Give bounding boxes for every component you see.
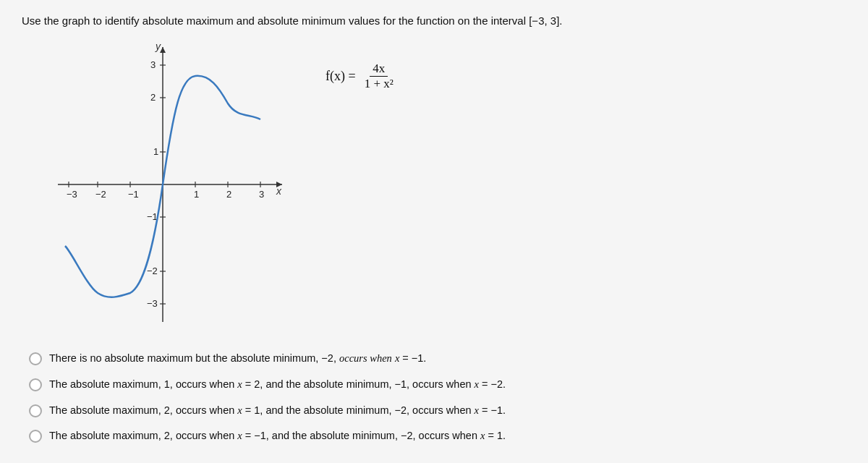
option-3-text: The absolute maximum, 2, occurs when x =… [49,403,506,419]
option-2-text: The absolute maximum, 1, occurs when x =… [49,377,506,393]
answers-area: There is no absolute maximum but the abs… [29,351,506,454]
svg-text:1: 1 [194,189,199,200]
svg-text:3: 3 [150,59,156,70]
svg-text:−3: −3 [67,189,77,200]
svg-text:1: 1 [153,146,158,157]
svg-marker-3 [160,47,166,53]
radio-3[interactable] [29,404,42,417]
radio-1[interactable] [29,352,42,365]
formula-fraction: 4x 1 + x² [362,61,396,91]
formula-numerator: 4x [370,61,388,77]
option-1[interactable]: There is no absolute maximum but the abs… [29,351,506,367]
formula-denominator: 1 + x² [362,77,396,91]
formula-box: f(x) = 4x 1 + x² [326,61,396,91]
option-4-text: The absolute maximum, 2, occurs when x =… [49,428,506,444]
graph-container: −3 −2 −1 1 2 3 x [36,40,297,329]
option-4[interactable]: The absolute maximum, 2, occurs when x =… [29,428,506,444]
svg-text:−3: −3 [147,298,158,309]
main-content: Use the graph to identify absolute maxim… [22,14,846,454]
radio-2[interactable] [29,378,42,391]
formula-label: f(x) = [326,69,356,84]
svg-text:3: 3 [259,189,264,200]
option-2[interactable]: The absolute maximum, 1, occurs when x =… [29,377,506,393]
svg-text:2: 2 [150,92,156,103]
svg-text:−1: −1 [147,211,158,222]
svg-text:−1: −1 [128,189,139,200]
option-3[interactable]: The absolute maximum, 2, occurs when x =… [29,403,506,419]
instruction-text: Use the graph to identify absolute maxim… [22,14,563,27]
radio-4[interactable] [29,430,42,443]
svg-text:y: y [155,41,161,52]
option-1-text: There is no absolute maximum but the abs… [49,351,426,367]
svg-text:−2: −2 [95,189,106,200]
graph-svg: −3 −2 −1 1 2 3 x [36,40,297,329]
graph-formula-area: −3 −2 −1 1 2 3 x [36,40,396,329]
svg-text:2: 2 [226,189,231,200]
svg-text:x: x [276,185,282,197]
svg-text:−2: −2 [147,266,158,276]
